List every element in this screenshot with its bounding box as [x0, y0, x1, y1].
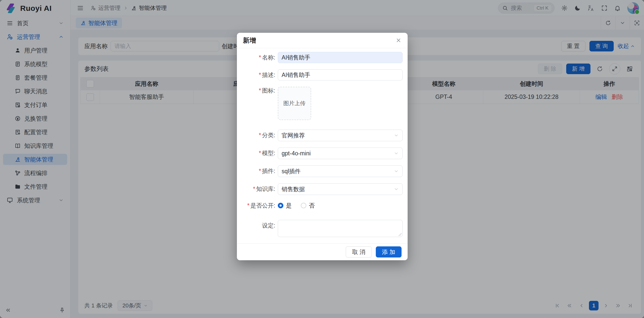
setting-label: 设定:: [262, 222, 275, 229]
category-label: 分类:: [262, 132, 275, 138]
public-label: 是否公开:: [251, 202, 275, 209]
form-row-setting: 设定:: [240, 220, 403, 237]
modal-footer: 取 消 添 加: [237, 243, 408, 260]
form-row-model: *模型: gpt-4o-mini: [240, 148, 403, 159]
category-value: 官网推荐: [282, 132, 305, 139]
model-label: 模型:: [262, 150, 275, 156]
required-mark: *: [259, 132, 261, 138]
required-mark: *: [253, 186, 255, 192]
required-mark: *: [259, 168, 261, 174]
name-label: 名称:: [262, 54, 275, 61]
form-row-plugin: *插件: sql插件: [240, 165, 403, 177]
setting-textarea[interactable]: [278, 220, 403, 237]
chevron-down-icon: [394, 187, 399, 192]
form-row-public: *是否公开: 是 否: [240, 201, 403, 210]
plugin-label: 插件:: [262, 168, 275, 174]
modal-form: *名称: *描述: *图标: 图片上传 *分类: 官网推荐: [237, 48, 408, 237]
public-no-radio[interactable]: 否: [301, 202, 315, 210]
form-row-icon: *图标: 图片上传: [240, 87, 403, 120]
required-mark: *: [259, 54, 261, 61]
radio-unselected-icon: [301, 203, 306, 208]
knowledge-value: 销售数据: [282, 185, 305, 193]
desc-label: 描述:: [262, 72, 275, 78]
cancel-button[interactable]: 取 消: [346, 246, 371, 257]
form-row-knowledge: *知识库: 销售数据: [240, 183, 403, 195]
form-row-name: *名称:: [240, 52, 403, 63]
image-upload-box[interactable]: 图片上传: [278, 87, 311, 120]
upload-text: 图片上传: [283, 100, 306, 107]
public-yes-label: 是: [286, 202, 292, 210]
submit-button[interactable]: 添 加: [376, 246, 402, 257]
close-icon: [395, 37, 402, 43]
app-window: Ruoyi AI 首页 运营管理 用户管理 系统模型: [0, 0, 644, 318]
chevron-down-icon: [394, 169, 399, 174]
chevron-down-icon: [394, 133, 399, 138]
plugin-value: sql插件: [282, 167, 301, 175]
knowledge-label: 知识库:: [256, 186, 275, 192]
icon-label: 图标:: [262, 87, 275, 94]
chevron-down-icon: [394, 151, 399, 156]
radio-selected-icon: [278, 203, 283, 208]
modal-title: 新增: [243, 36, 256, 45]
modal-close-button[interactable]: [395, 37, 402, 43]
form-row-category: *分类: 官网推荐: [240, 130, 403, 141]
desc-input[interactable]: [278, 69, 403, 80]
required-mark: *: [259, 150, 261, 156]
required-mark: *: [259, 87, 261, 94]
add-agent-modal: 新增 *名称: *描述: *图标: 图片上传: [237, 33, 408, 260]
form-row-desc: *描述:: [240, 69, 403, 80]
plugin-select[interactable]: sql插件: [278, 165, 403, 177]
resize-grip[interactable]: [399, 233, 402, 236]
knowledge-select[interactable]: 销售数据: [278, 183, 403, 195]
public-no-label: 否: [309, 202, 315, 210]
required-mark: *: [259, 72, 261, 78]
modal-header: 新增: [237, 33, 408, 48]
required-mark: *: [247, 202, 250, 209]
model-value: gpt-4o-mini: [282, 150, 311, 157]
model-select[interactable]: gpt-4o-mini: [278, 148, 403, 159]
public-yes-radio[interactable]: 是: [278, 202, 292, 210]
category-select[interactable]: 官网推荐: [278, 130, 403, 141]
name-input[interactable]: [278, 52, 403, 63]
